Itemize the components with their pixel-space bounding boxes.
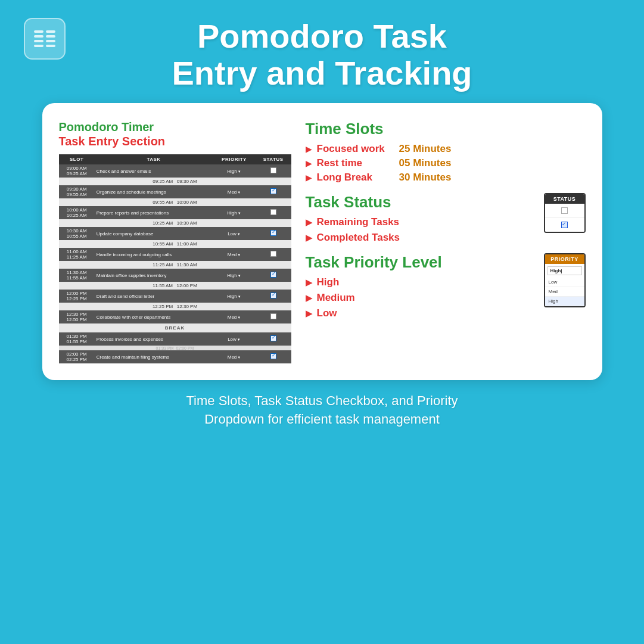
row-status-cell[interactable] [256,310,291,323]
table-header-row: SLOT TASK PRIORITY STATUS [59,154,291,164]
table-row-sub: 10:55 AM 11:00 AM [59,240,291,248]
checkbox-empty[interactable] [561,207,568,214]
row-slot: 01:30 PM 01:55 PM [59,332,95,346]
priority-dropdown-container[interactable]: High| [545,264,584,278]
row-checkbox-checked[interactable] [270,293,276,298]
row-priority-arrow[interactable]: ▼ [237,338,241,341]
row-status-cell[interactable] [256,350,291,363]
svg-rect-4 [34,40,43,42]
row-checkbox-checked[interactable] [270,353,276,359]
checkbox-checked[interactable] [561,222,568,228]
row-priority-arrow[interactable]: ▼ [238,170,241,173]
time-slot-item-focused: ▶ Focused work 25 Minutes [306,143,586,155]
row-status-cell[interactable] [256,332,291,346]
table-row: 12:30 PM 12:50 PM Collaborate with other… [59,310,291,323]
svg-rect-3 [46,35,55,38]
row-checkbox-checked[interactable] [270,272,276,278]
row-priority: High [227,273,237,278]
priority-dropdown-selected[interactable]: High| [547,266,582,275]
row-priority-arrow[interactable]: ▼ [238,274,241,278]
arrow-icon-remaining: ▶ [306,217,312,227]
sub-slot-cell: 10:55 AM 11:00 AM [59,240,291,248]
row-status-cell[interactable] [256,164,291,178]
task-status-section: Task Status ▶ Remaining Tasks ▶ Complete… [306,193,586,244]
sub-slot-cell: 09:55 AM 10:00 AM [59,198,291,206]
footer-area: Time Slots, Task Status Checkbox, and Pr… [162,380,481,441]
priority-option-high[interactable]: High [545,297,584,306]
row-status-cell[interactable] [256,227,291,240]
status-list: ▶ Remaining Tasks ▶ Completed Tasks [306,216,534,244]
row-checkbox-checked[interactable] [270,188,276,194]
slot-name-focused: Focused work [317,143,394,155]
table-row: 11:00 AM 11:25 AM Handle incoming and ou… [59,248,291,261]
row-slot: 11:30 AM 11:55 AM [59,269,95,282]
row-priority-arrow[interactable]: ▼ [237,191,241,194]
row-status-cell[interactable] [256,248,291,261]
row-priority-cell: Low▼ [213,332,256,346]
time-slots-title: Time Slots [306,120,586,138]
table-row-sub: 10:25 AM 10:30 AM [59,219,291,227]
priority-option-low[interactable]: Low [545,278,584,287]
row-priority: High [227,294,237,299]
slot-duration-focused: 25 Minutes [399,143,452,155]
footer-text: Time Slots, Task Status Checkbox, and Pr… [186,392,458,429]
row-priority-arrow[interactable]: ▼ [237,356,241,359]
priority-list: ▶ High ▶ Medium ▶ Low [306,276,534,319]
app-icon [24,18,66,60]
status-widget-row-checked[interactable] [545,218,584,232]
sub-slot-cell: 12:25 PM 12:30 PM [59,303,291,310]
task-priority-section: Task Priority Level ▶ High ▶ Medium ▶ Lo… [306,253,586,319]
priority-widget-header: PRIORITY [545,254,584,264]
list-check-icon [32,26,58,52]
row-priority-arrow[interactable]: ▼ [238,211,241,215]
svg-rect-5 [46,40,55,42]
row-checkbox-empty[interactable] [270,313,276,319]
row-task: Process invoices and expenses [95,332,213,346]
row-task: Draft and send official letter [95,290,213,303]
left-panel: Pomodoro Timer Task Entry Section SLOT T… [59,120,291,363]
row-task: Collaborate with other departments [95,310,213,323]
table-row: 11:30 AM 11:55 AM Maintain office suppli… [59,269,291,282]
row-priority-cell: High▼ [213,206,256,219]
row-priority-arrow[interactable]: ▼ [237,316,241,319]
sub-slot-cell: 11:55 AM 12:00 PM [59,282,291,290]
row-checkbox-empty[interactable] [270,209,276,215]
row-status-cell[interactable] [256,290,291,303]
arrow-icon-high: ▶ [306,278,312,287]
table-row-sub-display: 01:33 PM 02:00 PM [59,346,291,350]
task-priority-title: Task Priority Level [306,253,534,272]
svg-rect-2 [34,35,43,38]
status-item-remaining: ▶ Remaining Tasks [306,216,534,228]
header-area: Pomodoro Task Entry and Tracking [0,0,644,103]
arrow-icon-low: ▶ [306,309,312,318]
svg-rect-7 [46,45,55,47]
row-checkbox-empty[interactable] [270,167,276,173]
row-status-cell[interactable] [256,185,291,198]
row-priority-arrow[interactable]: ▼ [237,253,241,257]
table-row: 12:00 PM 12:25 PM Draft and send officia… [59,290,291,303]
status-widget-row-empty[interactable] [545,204,584,218]
row-task: Check and answer emails [95,164,213,178]
task-table: SLOT TASK PRIORITY STATUS 09:00 AM 09:25… [59,154,291,363]
panel-title-green: Pomodoro Timer [59,120,291,134]
table-row-sub: 09:25 AM 09:30 AM [59,178,291,185]
row-checkbox-checked[interactable] [270,335,276,341]
row-priority-arrow[interactable]: ▼ [238,295,241,298]
col-priority: PRIORITY [213,154,256,164]
panel-title-red: Task Entry Section [59,134,291,148]
row-priority-cell: High▼ [213,164,256,178]
row-priority-arrow[interactable]: ▼ [237,232,241,236]
task-status-title: Task Status [306,193,534,211]
status-widget-header: STATUS [545,194,584,204]
row-checkbox-empty[interactable] [270,251,276,257]
priority-option-med[interactable]: Med [545,287,584,297]
priority-label-low: Low [317,307,337,319]
row-status-cell[interactable] [256,206,291,219]
row-status-cell[interactable] [256,269,291,282]
row-checkbox-checked[interactable] [270,230,276,236]
row-priority-cell: Med▼ [213,185,256,198]
row-priority-cell: Med▼ [213,248,256,261]
svg-rect-0 [34,30,43,33]
main-title: Pomodoro Task Entry and Tracking [172,18,472,91]
priority-item-low: ▶ Low [306,307,534,319]
